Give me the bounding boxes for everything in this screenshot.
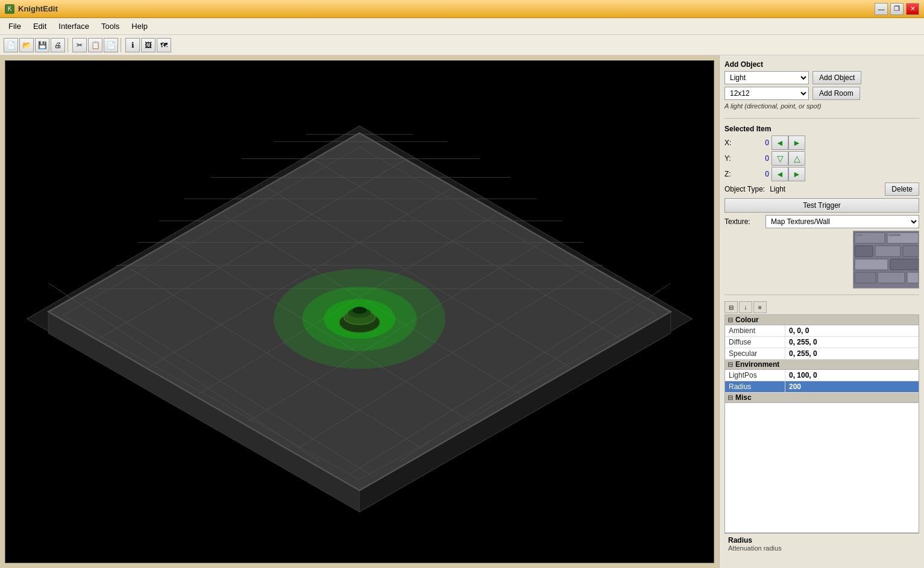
properties-grid: ⊟ Colour Ambient 0, 0, 0 Diffuse 0, 255,… (724, 314, 919, 533)
toolbar-save[interactable]: 💾 (35, 38, 49, 52)
z-inc-button[interactable]: ► (788, 167, 805, 181)
title-bar-title: KnightEdit (18, 4, 58, 13)
svg-rect-50 (907, 272, 919, 283)
diffuse-val: 0, 255, 0 (785, 337, 821, 348)
properties-section: ⊟ ↓ ≡ ⊟ Colour Ambient 0, 0, 0 Diffuse 0… (724, 301, 919, 563)
specular-key: Specular (725, 348, 785, 359)
object-type-select[interactable]: Light (724, 71, 809, 84)
props-sort-button[interactable]: ⊟ (724, 301, 738, 313)
selected-item-section: Selected Item X: 0 ◄ ► Y: 0 ▽ △ Z: 0 ◄ ► (724, 125, 919, 289)
collapse-env-icon: ⊟ (728, 361, 733, 369)
close-button[interactable]: ✕ (906, 3, 919, 15)
y-label: Y: (724, 154, 739, 163)
delete-button[interactable]: Delete (885, 183, 919, 196)
test-trigger-button[interactable]: Test Trigger (724, 198, 919, 213)
app-icon: K (5, 4, 14, 14)
toolbar-cut[interactable]: ✂ (72, 38, 87, 52)
props-toolbar: ⊟ ↓ ≡ (724, 301, 919, 313)
add-object-title: Add Object (724, 60, 919, 69)
svg-point-34 (353, 307, 367, 314)
svg-rect-51 (856, 234, 863, 236)
texture-preview (853, 231, 919, 289)
y-inc-button[interactable]: △ (788, 151, 805, 166)
menu-tools[interactable]: Tools (95, 19, 125, 33)
props-menu-button[interactable]: ≡ (753, 301, 767, 313)
svg-rect-46 (855, 259, 888, 270)
group-misc[interactable]: ⊟ Misc (725, 393, 919, 403)
svg-rect-52 (866, 236, 875, 237)
lightpos-val: 0, 100, 0 (785, 370, 821, 381)
prop-lightpos: LightPos 0, 100, 0 (725, 370, 919, 381)
x-dec-button[interactable]: ◄ (772, 136, 788, 150)
prop-radius[interactable]: Radius 200 (725, 381, 919, 393)
svg-rect-47 (890, 259, 919, 270)
object-hint: A light (directional, point, or spot) (724, 102, 919, 110)
menu-interface[interactable]: Interface (52, 19, 95, 33)
toolbar-sep-1 (68, 38, 70, 52)
texture-section: Texture: Map Textures/Wall (724, 215, 919, 289)
add-object-button[interactable]: Add Object (812, 71, 861, 84)
y-dec-button[interactable]: ▽ (772, 151, 788, 166)
selected-item-title: Selected Item (724, 125, 919, 133)
group-colour-label: Colour (735, 316, 759, 324)
menu-edit[interactable]: Edit (27, 19, 52, 33)
divider-2 (724, 295, 919, 295)
collapse-misc-icon: ⊟ (728, 394, 733, 402)
room-size-row: 12x12 Add Room (724, 87, 919, 100)
group-environment-label: Environment (735, 360, 779, 369)
object-type-label: Object Type: (724, 185, 765, 193)
menu-file[interactable]: File (2, 19, 27, 33)
toolbar-paste[interactable]: 📄 (104, 38, 118, 52)
specular-val: 0, 255, 0 (785, 348, 821, 359)
toolbar-open[interactable]: 📂 (19, 38, 34, 52)
main-area: 42 Add Object Light Add Object 12x12 Add… (0, 55, 924, 568)
room-size-select[interactable]: 12x12 (724, 87, 809, 100)
z-label: Z: (724, 170, 739, 178)
group-environment[interactable]: ⊟ Environment (725, 360, 919, 370)
minimize-button[interactable]: — (875, 3, 888, 15)
desc-text: Attenuation radius (728, 545, 916, 552)
texture-label: Texture: (724, 217, 761, 226)
menu-help[interactable]: Help (125, 19, 154, 33)
svg-rect-53 (888, 234, 900, 236)
prop-diffuse: Diffuse 0, 255, 0 (725, 337, 919, 348)
toolbar-img1[interactable]: 🖼 (141, 38, 156, 52)
desc-title: Radius (728, 536, 916, 545)
viewport: 42 (5, 60, 714, 563)
properties-description: Radius Attenuation radius (724, 533, 919, 563)
toolbar-copy[interactable]: 📋 (88, 38, 102, 52)
scene-svg: 42 (5, 61, 714, 563)
texture-row: Texture: Map Textures/Wall (724, 215, 919, 228)
restore-button[interactable]: ❐ (890, 3, 904, 15)
props-filter-button[interactable]: ↓ (739, 301, 752, 313)
svg-text:42: 42 (661, 562, 692, 563)
x-coord-row: X: 0 ◄ ► (724, 136, 919, 150)
divider-1 (724, 118, 919, 119)
x-value: 0 (739, 139, 769, 147)
add-room-button[interactable]: Add Room (812, 87, 860, 100)
group-misc-label: Misc (735, 393, 752, 402)
svg-rect-44 (875, 246, 900, 257)
object-type-value: Light (770, 185, 880, 193)
texture-select[interactable]: Map Textures/Wall (765, 215, 919, 228)
svg-rect-41 (855, 233, 885, 243)
svg-rect-48 (855, 272, 876, 283)
toolbar-print[interactable]: 🖨 (51, 38, 65, 52)
group-colour[interactable]: ⊟ Colour (725, 315, 919, 325)
right-panel: Add Object Light Add Object 12x12 Add Ro… (719, 55, 924, 568)
y-value: 0 (739, 154, 769, 163)
toolbar-info[interactable]: ℹ (125, 38, 140, 52)
add-object-section: Add Object Light Add Object 12x12 Add Ro… (724, 60, 919, 112)
toolbar-img2[interactable]: 🗺 (157, 38, 171, 52)
toolbar: 📄 📂 💾 🖨 ✂ 📋 📄 ℹ 🖼 🗺 (0, 35, 924, 55)
prop-ambient: Ambient 0, 0, 0 (725, 325, 919, 337)
scene-container: 42 (5, 61, 714, 563)
z-dec-button[interactable]: ◄ (772, 167, 788, 181)
ambient-key: Ambient (725, 325, 785, 336)
toolbar-new[interactable]: 📄 (4, 38, 18, 52)
viewport-3d: 42 (5, 61, 714, 563)
toolbar-sep-2 (121, 38, 123, 52)
prop-specular: Specular 0, 255, 0 (725, 348, 919, 360)
texture-image (853, 231, 919, 289)
x-inc-button[interactable]: ► (788, 136, 805, 150)
